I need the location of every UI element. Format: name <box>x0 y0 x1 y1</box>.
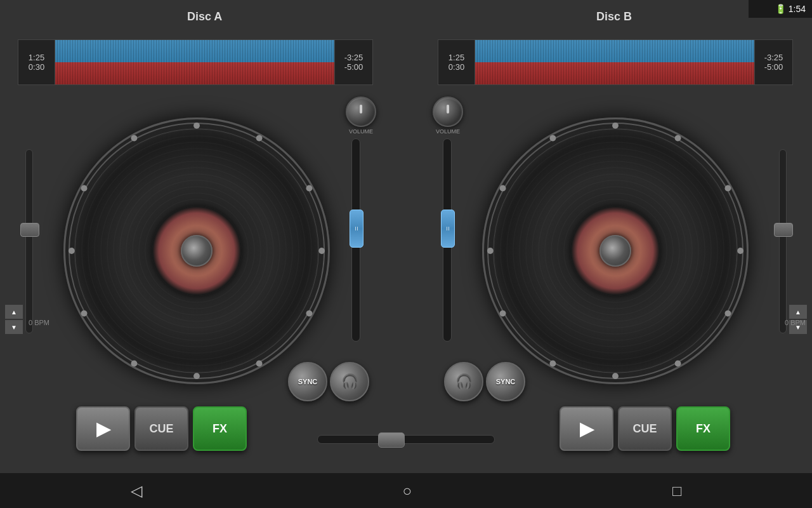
svg-point-21 <box>675 361 681 367</box>
waveform-a-time-right: -3:25 -5:00 <box>334 40 372 84</box>
sync-button-b[interactable]: SYNC <box>486 362 525 401</box>
channel-handle-b[interactable] <box>441 210 455 248</box>
sync-button-a[interactable]: SYNC <box>288 362 327 401</box>
bpm-control-a: ▲ ▼ <box>5 305 23 334</box>
svg-point-3 <box>256 135 263 142</box>
volume-knob-b[interactable] <box>433 97 463 127</box>
waveform-b-time-right: -3:25 -5:00 <box>754 40 792 84</box>
pitch-handle-a[interactable] <box>20 223 39 237</box>
time-display: 1:54 <box>789 4 806 14</box>
svg-point-7 <box>256 361 263 367</box>
svg-point-22 <box>612 373 619 379</box>
disc-b-center <box>571 206 660 295</box>
disc-a-outer <box>63 117 330 384</box>
bpm-down-a[interactable]: ▼ <box>5 320 23 334</box>
disc-b-outer <box>482 117 749 384</box>
svg-point-24 <box>500 311 506 317</box>
bpm-value-b: 0 BPM <box>785 319 806 326</box>
volume-a-label: VOLUME <box>342 128 380 135</box>
waveform-b: 1:25 0:30 -3:25 -5:00 <box>438 39 793 85</box>
channel-fader-a[interactable] <box>351 138 360 342</box>
disc-b-spindle <box>599 235 631 267</box>
play-b-icon: ▶ <box>580 418 594 439</box>
waveform-a-time-left: 1:25 0:30 <box>18 40 55 84</box>
crossfader[interactable] <box>317 435 495 444</box>
svg-point-10 <box>81 311 88 317</box>
play-button-b[interactable]: ▶ <box>560 406 613 451</box>
nav-bar: ◁ ○ □ <box>0 473 812 508</box>
svg-point-27 <box>550 135 556 142</box>
status-bar: 🔋 1:54 <box>749 0 812 18</box>
home-button[interactable]: ○ <box>403 482 412 500</box>
headphone-b-icon: 🎧 <box>455 373 473 390</box>
disc-a-center <box>152 206 241 295</box>
waveform-a-canvas[interactable] <box>55 40 334 84</box>
svg-point-20 <box>725 311 731 317</box>
recent-button[interactable]: □ <box>672 482 682 500</box>
waveform-b-canvas[interactable] <box>475 40 754 84</box>
svg-point-12 <box>81 185 88 192</box>
disc-a-label: Disc A <box>187 10 222 23</box>
fx-button-a[interactable]: FX <box>193 406 247 451</box>
bpm-up-a[interactable]: ▲ <box>5 305 23 319</box>
svg-point-5 <box>318 248 325 254</box>
bpm-value-a: 0 BPM <box>29 319 49 326</box>
svg-point-9 <box>131 361 138 367</box>
svg-point-6 <box>306 311 313 317</box>
headphone-button-b[interactable]: 🎧 <box>444 362 483 401</box>
svg-point-23 <box>550 361 556 367</box>
pitch-slider-a[interactable] <box>25 149 33 333</box>
pitch-slider-b[interactable] <box>779 149 787 333</box>
svg-point-25 <box>487 248 494 254</box>
back-button[interactable]: ◁ <box>131 482 142 500</box>
svg-point-17 <box>675 135 681 142</box>
headphone-button-a[interactable]: 🎧 <box>330 362 369 401</box>
fx-button-b[interactable]: FX <box>676 406 730 451</box>
turntable-a[interactable] <box>63 117 330 384</box>
svg-point-8 <box>193 373 200 379</box>
bpm-up-b[interactable]: ▲ <box>789 305 807 319</box>
turntable-b[interactable] <box>482 117 749 384</box>
waveform-b-time-left: 1:25 0:30 <box>438 40 475 84</box>
svg-point-16 <box>612 123 619 129</box>
svg-point-26 <box>500 185 506 192</box>
waveform-a: 1:25 0:30 -3:25 -5:00 <box>18 39 373 85</box>
svg-point-19 <box>737 248 743 254</box>
channel-fader-b[interactable] <box>443 138 452 342</box>
disc-b-label: Disc B <box>596 10 632 23</box>
svg-point-11 <box>69 248 75 254</box>
svg-point-18 <box>725 185 731 192</box>
disc-a-spindle <box>181 235 213 267</box>
pitch-handle-b[interactable] <box>774 223 793 237</box>
channel-handle-a[interactable] <box>350 210 363 248</box>
svg-point-2 <box>193 123 200 129</box>
play-a-icon: ▶ <box>96 418 110 439</box>
dj-app: Disc A Disc B 1:25 0:30 -3:25 -5:00 1:25… <box>0 0 812 489</box>
battery-icon: 🔋 <box>775 4 786 14</box>
crossfader-handle[interactable] <box>378 432 405 448</box>
volume-b-label: VOLUME <box>429 128 467 135</box>
volume-knob-a[interactable] <box>346 97 376 127</box>
svg-point-4 <box>306 185 313 192</box>
cue-button-a[interactable]: CUE <box>134 406 188 451</box>
cue-button-b[interactable]: CUE <box>618 406 672 451</box>
svg-point-13 <box>131 135 138 142</box>
play-button-a[interactable]: ▶ <box>76 406 130 451</box>
headphone-a-icon: 🎧 <box>341 373 358 390</box>
